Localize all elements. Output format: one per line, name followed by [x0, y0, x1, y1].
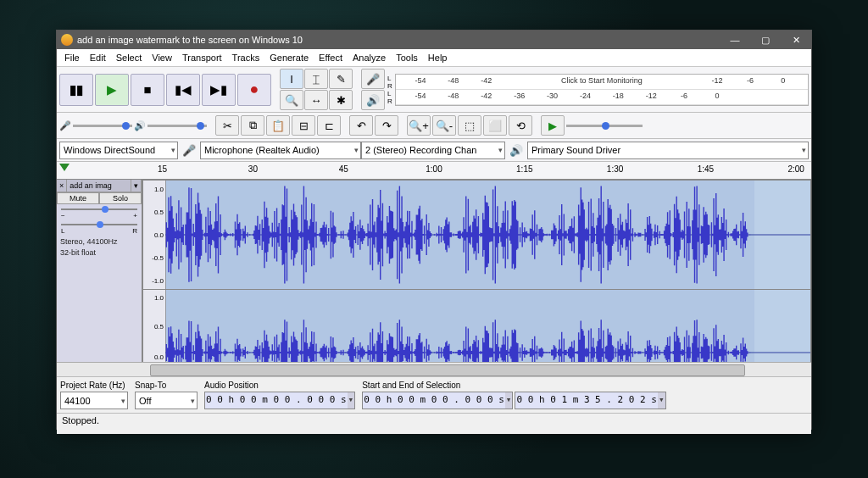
selection-end-field[interactable]: 0 0 h 0 1 m 3 5 . 2 0 2 s▾	[515, 392, 665, 409]
speaker-device-icon: 🔊	[505, 141, 527, 159]
track-name[interactable]: add an imag	[67, 180, 131, 192]
meter-channel-l2: L	[387, 90, 392, 97]
meter-channel-r2: R	[387, 97, 392, 105]
recording-meter[interactable]: -54 -48 -42 Click to Start Monitoring -1…	[396, 75, 808, 90]
play-vol-slider[interactable]: 🔊	[134, 120, 207, 131]
menu-generate[interactable]: Generate	[264, 51, 314, 64]
zoom-out-icon[interactable]: 🔍-	[432, 115, 456, 136]
menu-transport[interactable]: Transport	[177, 51, 227, 64]
menu-effect[interactable]: Effect	[314, 51, 348, 64]
playhead-icon[interactable]	[59, 164, 70, 171]
meters[interactable]: -54 -48 -42 Click to Start Monitoring -1…	[395, 74, 809, 106]
timeline-ruler[interactable]: 15 30 45 1:00 1:15 1:30 1:45 2:00	[57, 162, 811, 180]
app-icon	[61, 34, 73, 46]
envelope-tool-icon[interactable]: ⌶	[304, 69, 328, 89]
redo-icon[interactable]: ↷	[375, 115, 398, 136]
audio-host-dropdown[interactable]: Windows DirectSound	[59, 142, 178, 159]
pause-button[interactable]: ▮▮	[59, 74, 93, 106]
track-menu-button[interactable]: ▾	[131, 180, 142, 192]
mic-icon[interactable]: 🎤	[361, 69, 385, 89]
gain-slider[interactable]	[57, 204, 142, 212]
mic-device-icon: 🎤	[178, 141, 200, 159]
transport-toolbar: ▮▮ ▶ ■ ▮◀ ▶▮ ● I ⌶ ✎ 🔍 ↔ ✱ 🎤 🔊 L R L R -…	[57, 67, 811, 113]
fit-project-icon[interactable]: ⬜	[483, 115, 507, 136]
amplitude-scale: 1.0 0.5 0.0 -0.5 -1.0	[143, 181, 166, 289]
draw-tool-icon[interactable]: ✎	[329, 69, 353, 89]
secondary-toolbar: 🎤 🔊 ✂ ⧉ 📋 ⊟ ⊏ ↶ ↷ 🔍+ 🔍- ⬚ ⬜ ⟲ ▶	[57, 113, 811, 139]
menu-tools[interactable]: Tools	[391, 51, 423, 64]
skip-start-button[interactable]: ▮◀	[166, 74, 200, 106]
audio-position-field[interactable]: 0 0 h 0 0 m 0 0 . 0 0 0 s▾	[204, 392, 355, 409]
speed-slider[interactable]	[566, 125, 643, 127]
silence-icon[interactable]: ⊏	[317, 115, 341, 136]
track-area: × add an imag ▾ Mute Solo −+ LR Stereo, …	[57, 180, 811, 362]
waveform-channel-left[interactable]: 1.0 0.5 0.0 -0.5 -1.0	[142, 180, 811, 290]
minimize-button[interactable]: —	[720, 31, 750, 49]
zoom-in-icon[interactable]: 🔍+	[407, 115, 431, 136]
snap-to-dropdown[interactable]: Off	[135, 392, 198, 409]
input-device-dropdown[interactable]: Microphone (Realtek Audio)	[200, 142, 361, 159]
zoom-tool-icon[interactable]: 🔍	[280, 90, 303, 110]
status-bar: Stopped.	[57, 413, 811, 434]
pan-slider[interactable]	[57, 220, 142, 227]
skip-end-button[interactable]: ▶▮	[202, 74, 236, 106]
titlebar[interactable]: add an image watermark to the screen on …	[57, 31, 811, 49]
play-at-speed-button[interactable]: ▶	[541, 115, 565, 136]
solo-button[interactable]: Solo	[99, 192, 142, 204]
trim-icon[interactable]: ⊟	[292, 115, 315, 136]
waveform-channel-right[interactable]: 1.0 0.5 0.0	[142, 289, 811, 362]
maximize-button[interactable]: ▢	[750, 31, 781, 49]
rec-vol-slider[interactable]: 🎤	[59, 120, 132, 131]
close-button[interactable]: ✕	[781, 31, 811, 49]
selection-tool-icon[interactable]: I	[280, 69, 303, 89]
horizontal-scrollbar[interactable]	[57, 362, 811, 376]
window-title: add an image watermark to the screen on …	[77, 35, 720, 45]
menu-view[interactable]: View	[147, 51, 177, 64]
app-window: add an image watermark to the screen on …	[56, 30, 812, 430]
track-panel[interactable]: × add an imag ▾ Mute Solo −+ LR Stereo, …	[57, 180, 142, 362]
fit-selection-icon[interactable]: ⬚	[458, 115, 481, 136]
menu-edit[interactable]: Edit	[85, 51, 111, 64]
record-button[interactable]: ●	[237, 74, 271, 106]
meter-channel-l: L	[387, 75, 392, 82]
meter-channel-r: R	[387, 82, 392, 90]
paste-icon[interactable]: 📋	[266, 115, 290, 136]
copy-icon[interactable]: ⧉	[241, 115, 264, 136]
amplitude-scale: 1.0 0.5 0.0	[143, 290, 166, 362]
multi-tool-icon[interactable]: ✱	[329, 90, 353, 110]
stop-button[interactable]: ■	[131, 74, 164, 106]
speaker-icon[interactable]: 🔊	[361, 90, 385, 110]
play-button[interactable]: ▶	[95, 74, 129, 106]
menu-file[interactable]: File	[59, 51, 85, 64]
menu-help[interactable]: Help	[423, 51, 453, 64]
undo-icon[interactable]: ↶	[349, 115, 373, 136]
selection-start-field[interactable]: 0 0 h 0 0 m 0 0 . 0 0 0 s▾	[362, 392, 513, 409]
zoom-toggle-icon[interactable]: ⟲	[509, 115, 532, 136]
playback-meter[interactable]: -54 -48 -42 -36 -30 -24 -18 -12 -6 0	[396, 90, 808, 105]
cut-icon[interactable]: ✂	[215, 115, 239, 136]
mute-button[interactable]: Mute	[57, 192, 99, 204]
track-format: Stereo, 44100Hz	[57, 235, 142, 248]
menubar: File Edit Select View Transport Tracks G…	[57, 49, 811, 67]
project-rate-dropdown[interactable]: 44100	[60, 392, 128, 409]
selection-toolbar: Project Rate (Hz) 44100 Snap-To Off Audi…	[57, 376, 811, 413]
channels-dropdown[interactable]: 2 (Stereo) Recording Chan	[361, 142, 505, 159]
menu-tracks[interactable]: Tracks	[227, 51, 265, 64]
output-device-dropdown[interactable]: Primary Sound Driver	[527, 142, 809, 159]
menu-analyze[interactable]: Analyze	[348, 51, 391, 64]
track-close-button[interactable]: ×	[57, 180, 67, 192]
device-toolbar: Windows DirectSound 🎤 Microphone (Realte…	[57, 139, 811, 162]
timeshift-tool-icon[interactable]: ↔	[304, 90, 328, 110]
menu-select[interactable]: Select	[111, 51, 147, 64]
